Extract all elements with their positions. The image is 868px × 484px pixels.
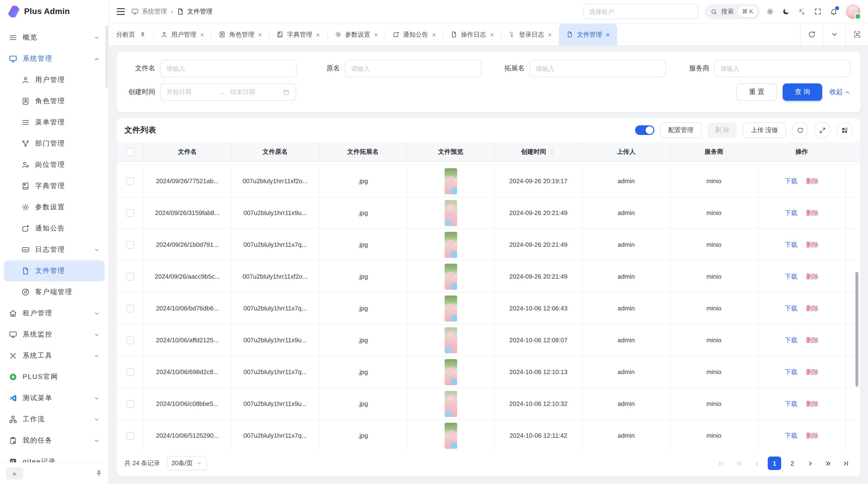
pagination-next-button[interactable] bbox=[803, 456, 817, 470]
download-link[interactable]: 下载 bbox=[785, 177, 797, 185]
sidebar-item-notice[interactable]: 通知公告 bbox=[4, 218, 105, 239]
sidebar-pin-icon[interactable] bbox=[95, 470, 103, 477]
download-link[interactable]: 下载 bbox=[785, 336, 797, 345]
column-header-6[interactable]: 服务商 bbox=[670, 142, 758, 161]
tabs-dropdown-button[interactable] bbox=[823, 24, 845, 45]
language-icon[interactable] bbox=[798, 8, 806, 15]
tab-loginlog[interactable]: 登录日志× bbox=[501, 24, 559, 45]
date-range-picker[interactable]: 开始日期 → 结束日期 bbox=[160, 84, 296, 101]
delete-link[interactable]: 删除 bbox=[806, 240, 818, 249]
table-refresh-button[interactable] bbox=[792, 122, 808, 138]
fullscreen-icon[interactable] bbox=[814, 8, 822, 15]
sidebar-collapse-button[interactable]: « bbox=[6, 467, 23, 480]
download-link[interactable]: 下载 bbox=[785, 304, 797, 313]
config-manage-button[interactable]: 配置管理 bbox=[660, 123, 702, 138]
filter-input-3[interactable] bbox=[714, 60, 850, 77]
table-fullscreen-button[interactable] bbox=[814, 122, 830, 138]
column-header-0[interactable]: 文件名 bbox=[144, 142, 231, 161]
sidebar-item-task[interactable]: 我的任务 bbox=[4, 430, 105, 451]
tab-role[interactable]: 角色管理× bbox=[211, 24, 269, 45]
select-all-checkbox[interactable] bbox=[126, 148, 134, 156]
file-preview-thumbnail[interactable] bbox=[444, 391, 457, 417]
sidebar-item-post[interactable]: 岗位管理 bbox=[4, 154, 105, 175]
table-scrollbar[interactable] bbox=[856, 272, 858, 387]
row-checkbox[interactable] bbox=[126, 304, 134, 312]
sidebar-item-plusweb[interactable]: PLUS官网 bbox=[4, 366, 105, 388]
delete-link[interactable]: 删除 bbox=[806, 177, 818, 185]
download-link[interactable]: 下载 bbox=[785, 208, 797, 217]
global-search-button[interactable]: 搜索 ⌘ K bbox=[704, 4, 760, 19]
tab-close-icon[interactable]: × bbox=[548, 31, 552, 38]
download-link[interactable]: 下载 bbox=[785, 272, 797, 281]
pagination-page-1[interactable]: 1 bbox=[768, 456, 781, 470]
delete-link[interactable]: 删除 bbox=[806, 208, 818, 217]
sidebar-item-workflow[interactable]: 工作流 bbox=[4, 409, 105, 430]
file-preview-thumbnail[interactable] bbox=[444, 295, 457, 321]
row-checkbox[interactable] bbox=[126, 432, 134, 440]
sidebar-item-role[interactable]: 角色管理 bbox=[4, 91, 105, 112]
row-checkbox[interactable] bbox=[126, 400, 134, 408]
sidebar-item-system[interactable]: 系统管理 bbox=[4, 48, 105, 69]
sidebar-item-client[interactable]: 客户端管理 bbox=[4, 282, 105, 303]
hamburger-menu-icon[interactable] bbox=[117, 8, 125, 15]
column-header-7[interactable]: 操作 bbox=[758, 142, 846, 161]
sidebar-item-test[interactable]: 测试菜单 bbox=[4, 388, 105, 409]
file-preview-thumbnail[interactable] bbox=[444, 423, 457, 449]
pagination-prev-jump-button[interactable] bbox=[732, 456, 745, 470]
pagination-prev-button[interactable] bbox=[750, 456, 763, 470]
sidebar-item-overview[interactable]: 概览 bbox=[4, 27, 105, 48]
filter-input-0[interactable] bbox=[160, 60, 297, 77]
page-size-select[interactable]: 20条/页 bbox=[166, 456, 207, 471]
file-preview-thumbnail[interactable] bbox=[444, 263, 457, 289]
tab-close-icon[interactable]: × bbox=[432, 31, 436, 38]
file-preview-thumbnail[interactable] bbox=[444, 359, 457, 385]
row-checkbox[interactable] bbox=[126, 272, 134, 280]
breadcrumb-item-file[interactable]: 文件管理 bbox=[177, 7, 212, 16]
settings-gear-icon[interactable] bbox=[766, 8, 774, 15]
sidebar-item-menu[interactable]: 菜单管理 bbox=[4, 112, 105, 133]
filter-input-2[interactable] bbox=[529, 60, 666, 77]
sidebar-item-config[interactable]: 参数设置 bbox=[4, 197, 105, 218]
dark-mode-moon-icon[interactable] bbox=[782, 8, 790, 15]
pagination-last-button[interactable] bbox=[839, 456, 852, 470]
column-header-2[interactable]: 文件拓展名 bbox=[319, 142, 407, 161]
tab-close-icon[interactable]: × bbox=[200, 31, 204, 38]
row-checkbox[interactable] bbox=[126, 336, 134, 344]
content-fullscreen-button[interactable] bbox=[845, 24, 868, 45]
row-checkbox[interactable] bbox=[126, 177, 134, 185]
sidebar-item-user[interactable]: 用户管理 bbox=[4, 69, 105, 91]
tab-close-icon[interactable]: × bbox=[316, 31, 320, 38]
app-logo[interactable]: Plus Admin bbox=[0, 0, 108, 23]
tab-notice[interactable]: 通知公告× bbox=[385, 24, 443, 45]
tab-close-icon[interactable]: × bbox=[606, 31, 610, 38]
column-header-5[interactable]: 上传人 bbox=[583, 142, 670, 161]
sidebar-item-file[interactable]: 文件管理 bbox=[4, 260, 105, 282]
download-link[interactable]: 下载 bbox=[785, 431, 797, 440]
tenant-select[interactable] bbox=[583, 4, 698, 19]
file-preview-thumbnail[interactable] bbox=[444, 232, 457, 258]
column-header-3[interactable]: 文件预览 bbox=[407, 142, 495, 161]
row-checkbox[interactable] bbox=[126, 241, 134, 249]
sidebar-item-tenant[interactable]: 租户管理 bbox=[4, 303, 105, 324]
collapse-filters-link[interactable]: 收起 bbox=[830, 88, 850, 96]
sidebar-item-gitee[interactable]: gitee记录 bbox=[4, 451, 105, 462]
filter-input-1[interactable] bbox=[345, 60, 481, 77]
sidebar-item-log[interactable]: 日志管理 bbox=[4, 239, 105, 260]
tab-file[interactable]: 文件管理× bbox=[559, 24, 617, 45]
tab-close-icon[interactable]: × bbox=[490, 31, 494, 38]
sidebar-item-monitor[interactable]: 系统监控 bbox=[4, 324, 105, 345]
breadcrumb-item-system[interactable]: 系统管理 bbox=[131, 7, 167, 16]
notifications-button[interactable] bbox=[830, 8, 838, 15]
delete-link[interactable]: 删除 bbox=[806, 336, 818, 345]
download-link[interactable]: 下载 bbox=[785, 240, 797, 249]
file-preview-thumbnail[interactable] bbox=[444, 200, 457, 226]
sidebar-item-dict[interactable]: 字典管理 bbox=[4, 175, 105, 197]
tab-user[interactable]: 用户管理× bbox=[153, 24, 211, 45]
column-header-1[interactable]: 文件原名 bbox=[231, 142, 319, 161]
search-button[interactable]: 查 询 bbox=[783, 84, 822, 101]
file-preview-thumbnail[interactable] bbox=[444, 168, 457, 194]
reset-button[interactable]: 重 置 bbox=[736, 84, 777, 101]
tab-config[interactable]: 参数设置× bbox=[327, 24, 385, 45]
file-preview-thumbnail[interactable] bbox=[444, 327, 457, 353]
column-settings-button[interactable] bbox=[836, 122, 852, 138]
